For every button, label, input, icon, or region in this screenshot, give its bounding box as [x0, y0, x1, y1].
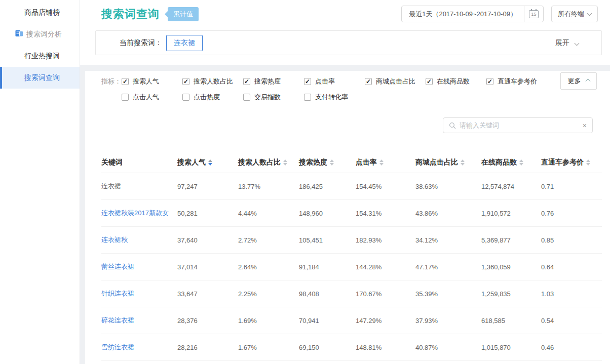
value-cell: 47.17% — [415, 263, 481, 271]
current-term-button[interactable]: 连衣裙 — [166, 35, 203, 51]
calendar-button[interactable]: 15 — [524, 6, 543, 22]
indicator-checkbox[interactable] — [122, 78, 129, 85]
more-button[interactable]: 更多 — [560, 72, 597, 90]
indicator-checkbox[interactable] — [365, 78, 372, 85]
indicator-label: 点击率 — [315, 77, 335, 86]
indicator-item[interactable]: 直通车参考价 — [486, 77, 547, 86]
chevron-up-icon — [586, 79, 591, 84]
keyword-link[interactable]: 连衣裙秋 — [101, 236, 128, 244]
indicator-checkbox[interactable] — [486, 78, 493, 85]
indicator-checkbox[interactable] — [243, 94, 250, 101]
indicator-label: 支付转化率 — [315, 93, 348, 102]
indicator-item[interactable]: 点击率 — [304, 77, 365, 86]
page-header: 搜索词查询 累计值 最近1天（2017-10-09~2017-10-09） 15… — [80, 0, 610, 65]
sort-icon[interactable] — [330, 159, 334, 166]
column-header-sortable[interactable]: 直通车参考价 — [541, 158, 602, 167]
indicators-row-2: 点击人气点击热度交易指数支付转化率 — [122, 91, 547, 103]
indicator-item[interactable]: 支付转化率 — [304, 93, 365, 102]
clear-icon[interactable]: × — [583, 122, 587, 129]
current-term-panel: 当前搜索词： 连衣裙 展开 — [95, 30, 602, 55]
column-header-sortable[interactable]: 商城点击占比 — [415, 158, 481, 167]
expand-toggle[interactable]: 展开 — [555, 38, 579, 48]
sidebar-item-label: 商品店铺榜 — [24, 8, 60, 17]
value-cell: 618,585 — [481, 317, 541, 325]
sort-icon[interactable] — [586, 159, 590, 166]
value-cell: 37,014 — [177, 263, 238, 271]
value-cell: 91,184 — [299, 263, 356, 271]
keyword-link[interactable]: 雪纺连衣裙 — [101, 343, 134, 351]
indicator-item[interactable]: 搜索人气 — [122, 77, 182, 86]
indicator-item[interactable]: 交易指数 — [243, 93, 304, 102]
indicator-checkbox[interactable] — [122, 94, 129, 101]
sort-down-arrow — [586, 163, 590, 166]
sort-icon[interactable] — [461, 159, 465, 166]
table-row: 连衣裙秋37,6402.72%105,451182.93%34.12%5,369… — [101, 227, 602, 254]
table-row: 雪纺连衣裙28,2161.67%69,150148.81%40.87%1,015… — [101, 334, 602, 361]
indicator-item[interactable]: 点击热度 — [182, 93, 243, 102]
sidebar-item-industry-hot-words[interactable]: 行业热搜词 — [0, 45, 80, 67]
sort-icon[interactable] — [379, 159, 384, 166]
sort-up-arrow — [283, 159, 287, 162]
date-range-button[interactable]: 最近1天（2017-10-09~2017-10-09） — [402, 6, 524, 22]
value-cell: 4.44% — [238, 210, 299, 217]
value-cell: 2.72% — [238, 236, 299, 244]
sidebar-item-search-word-query[interactable]: 搜索词查询 — [0, 67, 80, 89]
column-header-sortable[interactable]: 搜索人气 — [177, 158, 238, 167]
sidebar-item-search-word-analysis[interactable]: 搜索词分析 — [0, 23, 80, 45]
indicator-checkbox[interactable] — [182, 94, 189, 101]
indicator-label: 交易指数 — [254, 93, 281, 102]
value-cell: 0.54 — [541, 317, 602, 325]
indicator-item[interactable]: 搜索热度 — [243, 77, 304, 86]
column-header-sortable[interactable]: 点击率 — [356, 158, 415, 167]
value-cell: 37,640 — [177, 236, 238, 244]
keyword-link[interactable]: 连衣裙秋装2017新款女 — [101, 209, 169, 217]
indicator-checkbox[interactable] — [304, 78, 311, 85]
column-header-sortable[interactable]: 在线商品数 — [481, 158, 541, 167]
indicator-checkbox[interactable] — [426, 78, 433, 85]
keyword-cell: 蕾丝连衣裙 — [101, 262, 177, 271]
keyword-link[interactable]: 蕾丝连衣裙 — [101, 263, 134, 270]
keyword-cell: 连衣裙秋装2017新款女 — [101, 209, 177, 218]
keyword-link[interactable]: 碎花连衣裙 — [101, 316, 134, 324]
column-header-sortable[interactable]: 搜索人数占比 — [238, 158, 299, 167]
keyword-search-input[interactable] — [460, 122, 583, 129]
indicator-checkbox[interactable] — [243, 78, 250, 85]
indicator-checkbox[interactable] — [182, 78, 189, 85]
column-header-label: 点击率 — [356, 158, 377, 167]
sort-up-arrow — [519, 159, 523, 162]
indicators-section: 指标： 搜索人气搜索人数占比搜索热度点击率商城点击占比在线商品数直通车参考价 点… — [101, 75, 547, 103]
keyword-text: 连衣裙 — [101, 182, 121, 190]
value-cell: 0.46 — [541, 344, 602, 351]
search-icon — [449, 122, 456, 129]
value-cell: 1,259,835 — [481, 290, 541, 298]
value-cell: 1,910,572 — [481, 210, 541, 217]
indicator-checkbox[interactable] — [304, 94, 311, 101]
sort-icon[interactable] — [519, 159, 523, 166]
sort-icon[interactable] — [283, 159, 287, 166]
value-cell: 186,425 — [299, 183, 356, 190]
indicator-item[interactable]: 搜索人数占比 — [182, 77, 243, 86]
value-cell: 28,376 — [177, 317, 238, 325]
indicator-item[interactable]: 点击人气 — [122, 93, 182, 102]
value-cell: 1,015,870 — [481, 344, 541, 351]
value-cell: 28,216 — [177, 344, 238, 351]
table-row: 蕾丝连衣裙37,0142.64%91,184144.28%47.17%1,360… — [101, 254, 602, 280]
keyword-link[interactable]: 针织连衣裙 — [101, 290, 134, 297]
sort-up-arrow — [379, 159, 384, 162]
sidebar-item-label: 搜索词查询 — [24, 73, 60, 83]
sort-icon[interactable] — [208, 159, 212, 166]
accumulated-value-badge: 累计值 — [168, 7, 199, 21]
terminal-selector[interactable]: 所有终端 — [551, 6, 598, 22]
value-cell: 144.28% — [356, 263, 415, 271]
value-cell: 37.93% — [415, 317, 481, 325]
indicator-item[interactable]: 在线商品数 — [426, 77, 486, 86]
sidebar-item-goods-shop-rank[interactable]: 商品店铺榜 — [0, 2, 80, 23]
indicator-label: 在线商品数 — [437, 77, 470, 86]
indicator-item[interactable]: 商城点击占比 — [365, 77, 426, 86]
sidebar: 商品店铺榜 搜索词分析 行业热搜词 搜索词查询 — [0, 0, 80, 364]
sort-down-arrow — [461, 163, 465, 166]
column-header-label: 搜索人数占比 — [238, 158, 281, 167]
column-header-sortable[interactable]: 搜索热度 — [299, 158, 356, 167]
page-title: 搜索词查询 — [101, 7, 160, 22]
keyword-search-box: × — [443, 117, 593, 133]
